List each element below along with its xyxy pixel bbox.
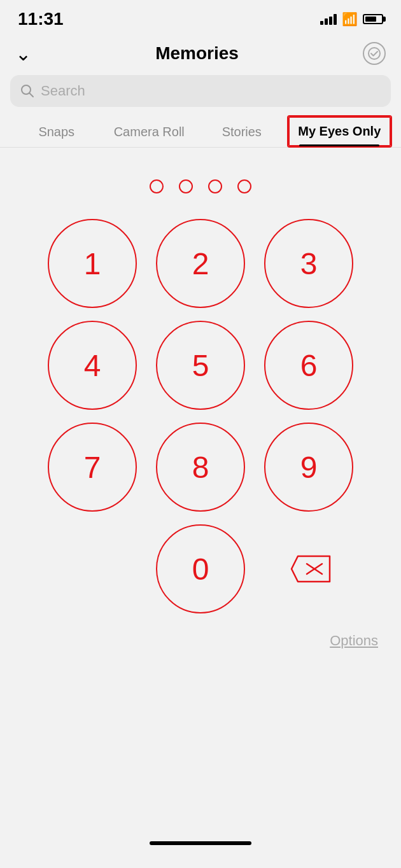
wifi-icon: 📶 xyxy=(342,11,358,27)
checkmark-icon xyxy=(368,47,381,60)
delete-button[interactable] xyxy=(264,524,353,613)
key-6[interactable]: 6 xyxy=(264,321,353,410)
status-bar: 11:31 📶 xyxy=(0,0,401,36)
keypad-row-3: 7 8 9 xyxy=(19,423,382,512)
keypad-row-2: 4 5 6 xyxy=(19,321,382,410)
key-3[interactable]: 3 xyxy=(264,219,353,308)
options-link[interactable]: Options xyxy=(330,633,378,649)
keypad: 1 2 3 4 5 6 7 8 9 0 xyxy=(0,219,401,613)
header: ⌄ Memories xyxy=(0,36,401,75)
keypad-row-1: 1 2 3 xyxy=(19,219,382,308)
signal-icon xyxy=(320,13,337,25)
search-bar[interactable]: Search xyxy=(10,75,391,107)
home-indicator xyxy=(0,816,401,858)
status-icons: 📶 xyxy=(320,11,383,27)
page-title: Memories xyxy=(155,43,239,64)
key-5[interactable]: 5 xyxy=(156,321,245,410)
key-2[interactable]: 2 xyxy=(156,219,245,308)
key-0[interactable]: 0 xyxy=(156,524,245,613)
svg-point-0 xyxy=(369,48,380,59)
home-bar xyxy=(150,841,251,845)
key-7[interactable]: 7 xyxy=(48,423,137,512)
tab-my-eyes-only[interactable]: My Eyes Only xyxy=(288,116,391,146)
search-container: Search xyxy=(0,75,401,116)
svg-line-2 xyxy=(30,94,34,97)
back-button[interactable]: ⌄ xyxy=(15,43,31,65)
pin-dots xyxy=(0,148,401,219)
keypad-row-4: 0 xyxy=(19,524,382,613)
tabs-bar: Snaps Camera Roll Stories My Eyes Only xyxy=(0,116,401,148)
options-container: Options xyxy=(0,613,401,649)
pin-dot-3 xyxy=(208,179,222,193)
tab-snaps[interactable]: Snaps xyxy=(10,116,103,147)
pin-dot-1 xyxy=(150,179,164,193)
search-icon xyxy=(20,84,34,98)
tab-stories[interactable]: Stories xyxy=(195,116,288,147)
key-1[interactable]: 1 xyxy=(48,219,137,308)
check-button[interactable] xyxy=(363,42,386,65)
pin-dot-2 xyxy=(179,179,193,193)
search-placeholder: Search xyxy=(41,83,85,99)
pin-dot-4 xyxy=(237,179,251,193)
battery-icon xyxy=(363,14,383,24)
key-9[interactable]: 9 xyxy=(264,423,353,512)
delete-icon xyxy=(286,553,331,585)
key-8[interactable]: 8 xyxy=(156,423,245,512)
status-time: 11:31 xyxy=(18,9,64,29)
key-4[interactable]: 4 xyxy=(48,321,137,410)
tab-camera-roll[interactable]: Camera Roll xyxy=(103,116,196,147)
